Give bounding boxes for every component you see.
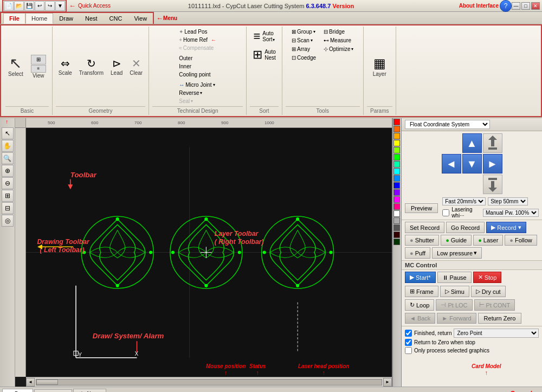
lasering-checkbox[interactable]: [442, 209, 449, 216]
compensate-button[interactable]: ≈ Compensate: [177, 44, 216, 52]
dir-up-button[interactable]: ▲: [462, 133, 482, 153]
measure-button[interactable]: ⊷ Measure: [321, 36, 356, 44]
clear-button[interactable]: ✕ Clear: [127, 55, 145, 78]
maximize-button[interactable]: □: [521, 2, 530, 10]
layer-color-red[interactable]: [393, 119, 400, 125]
layer-color-amber[interactable]: [393, 133, 400, 139]
save-button[interactable]: 💾: [24, 1, 34, 11]
array-button[interactable]: ⊞ Array: [289, 45, 318, 53]
transform-button[interactable]: ↻ Transform: [76, 55, 106, 78]
layer-color-cyan[interactable]: [393, 168, 400, 175]
reverse-button[interactable]: Reverse ▾: [177, 89, 204, 97]
return-zero-checkbox[interactable]: [405, 339, 412, 346]
coedge-button[interactable]: ⊡ Coedge: [289, 54, 318, 62]
snap-tool[interactable]: ◎: [2, 215, 14, 227]
open-button[interactable]: 📂: [14, 1, 24, 11]
grid-tool[interactable]: ⊟: [2, 202, 14, 214]
pt-loc-button[interactable]: ⊣ Pt LOC: [436, 299, 472, 311]
low-pressure-button[interactable]: Low pressure ▾: [432, 247, 482, 259]
zoom-fit-tool[interactable]: ⊞: [2, 190, 14, 202]
zoom-out-tool[interactable]: ⊖: [2, 177, 14, 189]
tab-nest[interactable]: Nest: [79, 13, 104, 24]
only-process-checkbox[interactable]: [405, 347, 412, 354]
view-button[interactable]: ⊞ ≡ View: [28, 53, 49, 80]
layer-color-darkgreen[interactable]: [393, 239, 400, 245]
hand-tool[interactable]: ✋: [2, 140, 14, 152]
horizontal-scrollbar[interactable]: ◄ ►: [26, 377, 392, 387]
home-ref-button[interactable]: + Home Ref ←: [177, 36, 218, 44]
inner-button[interactable]: Inner: [177, 62, 193, 70]
seal-button[interactable]: Seal ▾: [177, 97, 195, 105]
layer-color-gray[interactable]: [393, 217, 400, 224]
pt-cont-button[interactable]: ⊢ Pt CONT: [474, 299, 515, 311]
start-button[interactable]: ▶ Start*: [405, 272, 436, 283]
layer-color-magenta[interactable]: [393, 196, 400, 203]
simu-button[interactable]: ▷ Simu: [440, 286, 469, 297]
frame-button[interactable]: ⊞ Frame: [405, 286, 438, 297]
return-zero-button[interactable]: Return Zero: [478, 313, 522, 324]
minimize-button[interactable]: —: [512, 2, 520, 10]
layer-color-sky[interactable]: [393, 175, 400, 182]
arrow-tool[interactable]: ↖: [2, 127, 14, 139]
tab-system[interactable]: 🖥 System: [34, 389, 72, 392]
customize-button[interactable]: ▼: [55, 1, 65, 11]
shutter-button[interactable]: ● Shutter: [405, 235, 439, 246]
preview-button[interactable]: Preview: [405, 203, 438, 213]
dir-down-button[interactable]: ▼: [462, 154, 482, 173]
manual-power-select[interactable]: Manual Pw. 100%: [483, 209, 539, 217]
back-button[interactable]: ◄ Back: [405, 313, 435, 324]
step-select[interactable]: Step 50mm: [488, 197, 528, 205]
micro-joint-button[interactable]: ↔ Micro Joint ▾: [177, 81, 217, 89]
tab-draw[interactable]: ✏ Draw: [2, 389, 33, 392]
layer-color-blue[interactable]: [393, 182, 400, 189]
forward-button[interactable]: ► Forward: [437, 313, 476, 324]
puff-button[interactable]: ● Puff: [405, 247, 430, 259]
tab-file[interactable]: File: [3, 13, 25, 24]
dry-cut-button[interactable]: ▷ Dry cut: [471, 286, 506, 297]
zero-point-select[interactable]: Zero Point: [454, 329, 539, 338]
laser-button[interactable]: ● Laser: [473, 235, 503, 246]
tab-draw[interactable]: Draw: [53, 13, 79, 24]
layer-color-pink[interactable]: [393, 203, 400, 210]
tab-home[interactable]: Home: [25, 13, 53, 24]
lead-pos-button[interactable]: ✦ Lead Pos: [177, 28, 209, 36]
scroll-right-button[interactable]: ►: [383, 378, 392, 387]
dir-right-button[interactable]: ►: [483, 154, 502, 173]
auto-nest-button[interactable]: ⊞ AutoNest: [250, 46, 279, 63]
finished-return-checkbox[interactable]: [405, 330, 412, 337]
follow-button[interactable]: ● Follow: [505, 235, 537, 246]
optimize-button[interactable]: ⊹ Optimize ▾: [321, 45, 356, 53]
auto-sort-button[interactable]: ≡ AutoSort▾: [250, 28, 278, 45]
new-button[interactable]: 📄: [4, 1, 14, 11]
stop-button[interactable]: ✕ Stop: [473, 272, 502, 283]
dir-down-extra-button[interactable]: [483, 175, 502, 194]
scroll-thumb[interactable]: [36, 380, 58, 385]
scale-button[interactable]: ⇔ Scale: [56, 55, 75, 78]
loop-button[interactable]: ↻ Loop: [405, 299, 434, 311]
layer-color-purple[interactable]: [393, 189, 400, 196]
coordinate-system-dropdown[interactable]: Float Coordinate System Absolute Coordin…: [405, 120, 490, 129]
guide-button[interactable]: ● Guide: [441, 235, 472, 246]
zoom-in-tool[interactable]: ⊕: [2, 165, 14, 177]
layer-color-green[interactable]: [393, 154, 400, 160]
undo-button[interactable]: ↩: [35, 1, 44, 11]
go-record-button[interactable]: Go Record: [446, 222, 485, 233]
dir-up-extra-button[interactable]: [483, 133, 502, 153]
scroll-left-button[interactable]: ◄: [26, 378, 35, 387]
zoom-tool[interactable]: 🔍: [2, 152, 14, 164]
tab-alarm[interactable]: ⚠ Alarm: [73, 389, 106, 392]
layer-color-yellow[interactable]: [393, 140, 400, 146]
cooling-point-button[interactable]: Cooling point: [177, 70, 212, 79]
bridge-button[interactable]: ⊟ Bridge: [321, 28, 356, 36]
scan-button[interactable]: ⊟ Scan ▾: [289, 36, 318, 44]
layer-color-lime[interactable]: [393, 147, 400, 153]
fast-speed-select[interactable]: Fast 20mm/s: [442, 197, 486, 205]
layer-color-teal[interactable]: [393, 161, 400, 168]
outer-button[interactable]: Outer: [177, 54, 195, 62]
tab-view[interactable]: View: [128, 13, 153, 24]
redo-button[interactable]: ↪: [45, 1, 55, 11]
close-button[interactable]: ✕: [531, 2, 540, 10]
layer-color-orange[interactable]: [393, 126, 400, 132]
dir-left-button[interactable]: ◄: [442, 154, 461, 173]
layer-color-dark[interactable]: [393, 224, 400, 231]
